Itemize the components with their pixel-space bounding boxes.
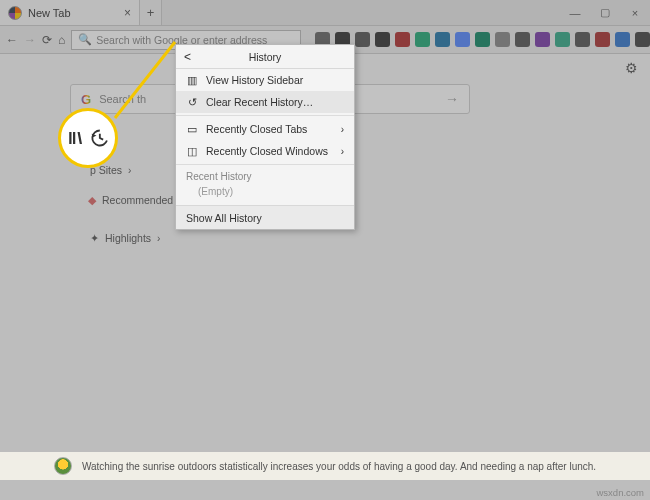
extension-icon[interactable] — [455, 32, 470, 47]
search-icon: 🔍 — [78, 33, 92, 46]
menu-back-button[interactable]: < — [184, 50, 191, 64]
extension-icon[interactable] — [395, 32, 410, 47]
nav-home-button[interactable]: ⌂ — [58, 31, 65, 49]
extension-icon[interactable] — [515, 32, 530, 47]
google-icon: G — [81, 92, 91, 107]
nav-back-button[interactable]: ← — [6, 31, 18, 49]
menu-show-all-history[interactable]: Show All History — [176, 205, 354, 229]
extension-icon[interactable] — [635, 32, 650, 47]
menu-separator — [176, 115, 354, 116]
recent-history-empty: (Empty) — [176, 184, 354, 205]
window-maximize-button[interactable]: ▢ — [590, 0, 620, 25]
extension-icon[interactable] — [475, 32, 490, 47]
toolbar-extensions — [315, 32, 650, 47]
tab-close-icon[interactable]: × — [124, 6, 131, 20]
firefox-icon — [8, 6, 22, 20]
new-tab-button[interactable]: + — [140, 0, 162, 25]
search-submit-icon[interactable]: → — [445, 91, 459, 107]
snippet-icon — [54, 457, 72, 475]
sidebar-icon: ▥ — [186, 74, 198, 86]
history-menu-header: < History — [176, 45, 354, 69]
extension-icon[interactable] — [415, 32, 430, 47]
extension-icon[interactable] — [535, 32, 550, 47]
history-menu: < History ▥ View History Sidebar ↺ Clear… — [175, 44, 355, 230]
extension-icon[interactable] — [575, 32, 590, 47]
nav-forward-button[interactable]: → — [24, 31, 36, 49]
browser-tab[interactable]: New Tab × — [0, 0, 140, 25]
tabs-icon: ▭ — [186, 123, 198, 135]
extension-icon[interactable] — [555, 32, 570, 47]
window-minimize-button[interactable]: — — [560, 0, 590, 25]
recommended-header[interactable]: ◆ Recommended b — [88, 194, 182, 206]
tab-title: New Tab — [28, 7, 71, 19]
pocket-icon: ◆ — [88, 194, 96, 206]
chevron-right-icon: › — [341, 124, 344, 135]
windows-icon: ◫ — [186, 145, 198, 157]
window-titlebar: New Tab × + — ▢ × — [0, 0, 650, 26]
extension-icon[interactable] — [595, 32, 610, 47]
chevron-right-icon: › — [128, 165, 131, 176]
extension-icon[interactable] — [615, 32, 630, 47]
history-menu-title: History — [249, 51, 282, 63]
search-placeholder: Search th — [99, 93, 146, 105]
snippet-bar: Watching the sunrise outdoors statistica… — [0, 452, 650, 480]
menu-separator — [176, 164, 354, 165]
menu-clear-recent-history[interactable]: ↺ Clear Recent History… — [176, 91, 354, 113]
extension-icon[interactable] — [355, 32, 370, 47]
nav-reload-button[interactable]: ⟳ — [42, 31, 52, 49]
extension-icon[interactable] — [495, 32, 510, 47]
chevron-right-icon: › — [341, 146, 344, 157]
library-icon — [67, 129, 85, 147]
history-clear-icon: ↺ — [186, 96, 198, 108]
chevron-right-icon: › — [157, 233, 160, 244]
history-icon — [89, 128, 109, 148]
extension-icon[interactable] — [435, 32, 450, 47]
highlights-icon: ✦ — [90, 232, 99, 244]
window-close-button[interactable]: × — [620, 0, 650, 25]
menu-recently-closed-windows[interactable]: ◫ Recently Closed Windows › — [176, 140, 354, 162]
annotation-callout — [58, 108, 118, 168]
menu-recently-closed-tabs[interactable]: ▭ Recently Closed Tabs › — [176, 118, 354, 140]
extension-icon[interactable] — [375, 32, 390, 47]
snippet-text: Watching the sunrise outdoors statistica… — [82, 461, 596, 472]
watermark: wsxdn.com — [596, 487, 644, 498]
window-controls: — ▢ × — [560, 0, 650, 25]
menu-view-history-sidebar[interactable]: ▥ View History Sidebar — [176, 69, 354, 91]
highlights-header[interactable]: ✦ Highlights› — [90, 232, 160, 244]
recent-history-label: Recent History — [176, 167, 354, 184]
customize-gear-icon[interactable]: ⚙ — [625, 60, 638, 76]
